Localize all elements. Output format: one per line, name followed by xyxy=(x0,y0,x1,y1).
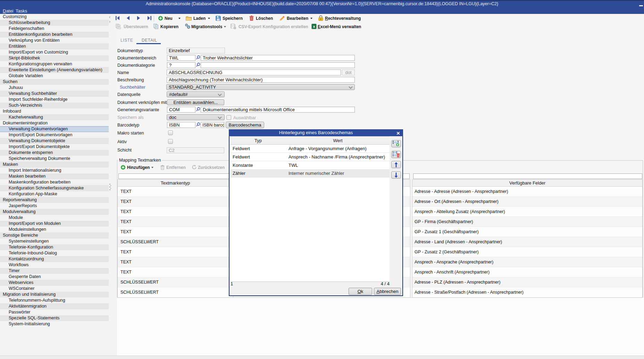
svg-text:x: x xyxy=(313,24,315,28)
